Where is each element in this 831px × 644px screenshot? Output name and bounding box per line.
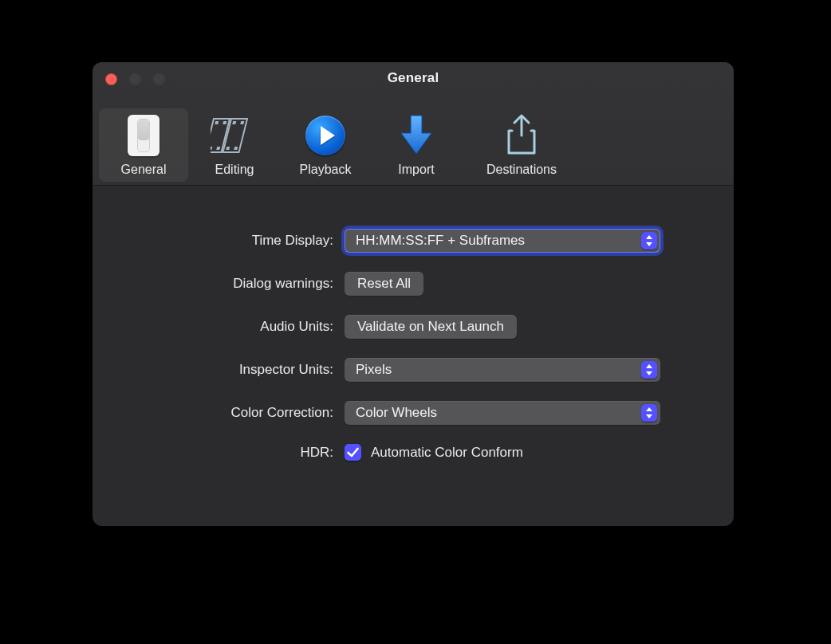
svg-rect-3 — [223, 121, 226, 124]
titlebar: General General — [93, 62, 734, 186]
filmstrip-icon — [211, 113, 258, 158]
tab-label: Import — [398, 163, 434, 177]
tab-editing[interactable]: Editing — [190, 108, 279, 182]
tab-label: Editing — [215, 163, 254, 177]
svg-rect-7 — [216, 147, 220, 150]
inspector-units-popup[interactable]: Pixels — [345, 358, 660, 382]
tab-general[interactable]: General — [99, 108, 188, 182]
tab-label: Destinations — [486, 163, 557, 177]
label-dialog-warnings: Dialog warnings: — [93, 276, 333, 292]
hdr-checkbox-label: Automatic Color Conform — [371, 445, 523, 461]
general-form: Time Display: HH:MM:SS:FF + Subframes Di… — [93, 186, 734, 461]
svg-rect-4 — [232, 121, 236, 124]
inspector-units-value: Pixels — [356, 362, 392, 378]
row-inspector-units: Inspector Units: Pixels — [93, 358, 702, 382]
svg-rect-8 — [226, 147, 230, 150]
row-audio-units: Audio Units: Validate on Next Launch — [93, 315, 702, 339]
popup-stepper-icon — [641, 404, 657, 422]
reset-all-button-label: Reset All — [357, 276, 411, 292]
color-correction-value: Color Wheels — [356, 405, 437, 421]
preferences-window: General General — [93, 62, 734, 526]
validate-next-launch-button[interactable]: Validate on Next Launch — [345, 315, 517, 339]
general-icon — [128, 113, 160, 158]
hdr-checkbox[interactable] — [345, 444, 361, 461]
label-time-display: Time Display: — [93, 233, 333, 249]
time-display-value: HH:MM:SS:FF + Subframes — [356, 233, 525, 249]
svg-rect-2 — [215, 121, 219, 124]
popup-stepper-icon — [641, 232, 657, 249]
row-dialog-warnings: Dialog warnings: Reset All — [93, 272, 702, 296]
play-icon — [305, 113, 345, 158]
row-color-correction: Color Correction: Color Wheels — [93, 401, 702, 425]
tab-label: Playback — [300, 163, 352, 177]
checkmark-icon — [345, 444, 361, 461]
row-time-display: Time Display: HH:MM:SS:FF + Subframes — [93, 229, 702, 253]
svg-rect-5 — [240, 121, 244, 124]
validate-next-launch-button-label: Validate on Next Launch — [357, 319, 504, 335]
row-hdr: HDR: Automatic Color Conform — [93, 444, 702, 461]
label-audio-units: Audio Units: — [93, 319, 333, 335]
label-inspector-units: Inspector Units: — [93, 362, 333, 378]
svg-rect-9 — [234, 147, 238, 150]
window-title: General — [93, 70, 734, 86]
tab-destinations[interactable]: Destinations — [463, 108, 581, 182]
tab-playback[interactable]: Playback — [281, 108, 370, 182]
share-icon — [503, 113, 540, 158]
download-arrow-icon — [398, 113, 435, 158]
label-hdr: HDR: — [93, 445, 333, 461]
tab-import[interactable]: Import — [372, 108, 461, 182]
reset-all-button[interactable]: Reset All — [345, 272, 423, 296]
label-color-correction: Color Correction: — [93, 405, 333, 421]
svg-rect-6 — [211, 147, 212, 150]
tab-label: General — [121, 163, 167, 177]
color-correction-popup[interactable]: Color Wheels — [345, 401, 660, 425]
popup-stepper-icon — [641, 361, 657, 379]
time-display-popup[interactable]: HH:MM:SS:FF + Subframes — [345, 229, 660, 253]
preferences-toolbar: General — [99, 94, 727, 185]
